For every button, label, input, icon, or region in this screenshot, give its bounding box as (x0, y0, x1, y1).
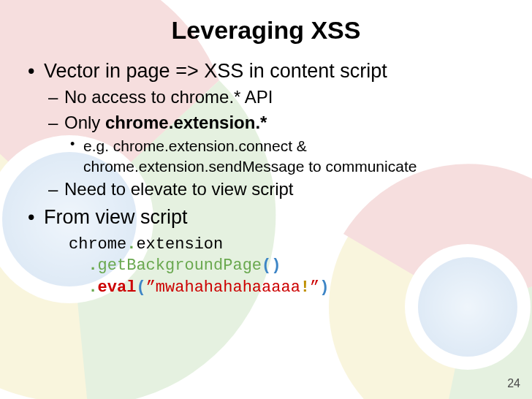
bullet-text: Only (64, 113, 105, 132)
code-token-dot: . (88, 278, 97, 297)
code-token-paren: ) (271, 256, 281, 275)
bullet-level2: Only chrome.extension.* e.g. chrome.exte… (44, 111, 510, 176)
bullet-text-bold: chrome.extension.* (105, 113, 267, 132)
bullet-level2: No access to chrome.* API (44, 86, 510, 109)
code-token: extension (136, 235, 223, 254)
bullet-level1: From view script chrome.extension .getBa… (22, 204, 510, 299)
bullet-level1: Vector in page => XSS in content script … (22, 58, 510, 201)
slide: Leveraging XSS Vector in page => XSS in … (0, 0, 532, 399)
bullet-level2: Need to elevate to view script (44, 178, 510, 201)
code-token-dot: . (88, 256, 97, 275)
code-token: chrome (69, 235, 126, 254)
page-number: 24 (507, 377, 520, 390)
bullet-text: Need to elevate to view script (64, 179, 294, 199)
code-token-paren: ( (136, 278, 145, 297)
code-token-string: ”mwahahahahaaaaa (146, 278, 300, 297)
slide-title: Leveraging XSS (22, 16, 510, 45)
bullet-text: From view script (44, 206, 188, 228)
code-token-paren: ( (262, 256, 271, 275)
bullet-level3: e.g. chrome.extension.connect & chrome.e… (64, 136, 510, 176)
bullet-list: Vector in page => XSS in content script … (22, 58, 510, 299)
code-token-eval: eval (98, 278, 137, 297)
code-token-dot: . (126, 235, 136, 254)
code-token-bang: ! (300, 278, 310, 297)
bullet-text: e.g. chrome.extension.connect & chrome.e… (83, 137, 417, 174)
code-token-string: ” (310, 278, 319, 297)
code-token-paren: ) (319, 278, 329, 297)
bullet-text: Vector in page => XSS in content script (44, 60, 387, 82)
code-block: chrome.extension .getBackgroundPage() .e… (69, 234, 510, 299)
code-token-method: getBackgroundPage (98, 256, 262, 275)
bullet-text: No access to chrome.* API (64, 87, 273, 107)
